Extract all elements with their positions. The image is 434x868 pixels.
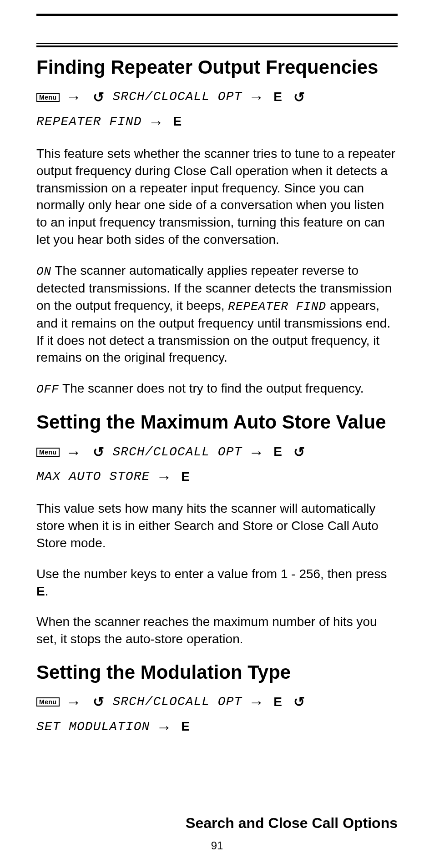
body-text: .: [45, 584, 49, 598]
body-paragraph: This feature sets whether the scanner tr…: [36, 145, 398, 248]
lcd-inline-text: ON: [36, 265, 51, 278]
scroll-icon: ↺: [93, 86, 105, 108]
arrow-right-icon: →: [249, 85, 265, 109]
body-paragraph: OFF The scanner does not try to find the…: [36, 380, 398, 398]
e-key-label: E: [181, 469, 190, 484]
lcd-inline-text: OFF: [36, 383, 59, 396]
section-heading-2: Setting the Maximum Auto Store Value: [36, 411, 398, 433]
inner-border-rule-thick: [36, 45, 398, 47]
body-paragraph: This value sets how many hits the scanne…: [36, 500, 398, 551]
section-heading-3: Setting the Modulation Type: [36, 661, 398, 683]
arrow-right-icon: →: [148, 110, 164, 134]
arrow-right-icon: →: [249, 690, 265, 714]
arrow-right-icon: →: [156, 715, 172, 739]
nav-lcd-text: SRCH/CLOCALL OPT: [112, 90, 242, 104]
inner-border-rule-thin: [36, 43, 398, 44]
e-key-label: E: [273, 444, 282, 459]
scroll-icon: ↺: [293, 86, 305, 108]
body-text: Use the number keys to enter a value fro…: [36, 567, 387, 581]
nav-lcd-text: MAX AUTO STORE: [36, 469, 150, 484]
nav-lcd-text: SRCH/CLOCALL OPT: [112, 444, 242, 459]
scroll-icon: ↺: [93, 691, 105, 713]
body-paragraph: When the scanner reaches the maximum num…: [36, 613, 398, 648]
arrow-right-icon: →: [66, 440, 82, 464]
menu-button-label: Menu: [36, 448, 60, 457]
body-paragraph: ON The scanner automatically applies rep…: [36, 262, 398, 366]
e-key-label: E: [173, 114, 182, 128]
document-page: Finding Repeater Output Frequencies Menu…: [0, 0, 434, 868]
lcd-inline-text: REPEATER FIND: [228, 300, 326, 313]
nav-sequence-2: Menu → ↺ SRCH/CLOCALL OPT → E ↺ MAX AUTO…: [36, 440, 398, 490]
e-key-label: E: [273, 90, 282, 104]
top-border-rule: [36, 14, 398, 16]
scroll-icon: ↺: [293, 691, 305, 713]
section-heading-1: Finding Repeater Output Frequencies: [36, 56, 398, 78]
nav-lcd-text: REPEATER FIND: [36, 114, 141, 128]
scroll-icon: ↺: [93, 441, 105, 463]
footer-section-title: Search and Close Call Options: [36, 815, 398, 832]
nav-lcd-text: SRCH/CLOCALL OPT: [112, 695, 242, 709]
arrow-right-icon: →: [249, 440, 265, 464]
body-text: The scanner does not try to find the out…: [59, 381, 364, 395]
nav-sequence-3: Menu → ↺ SRCH/CLOCALL OPT → E ↺ SET MODU…: [36, 690, 398, 739]
menu-button-label: Menu: [36, 93, 60, 102]
menu-button-label: Menu: [36, 697, 60, 707]
body-paragraph: Use the number keys to enter a value fro…: [36, 565, 398, 600]
e-key-label: E: [273, 695, 282, 709]
page-number: 91: [0, 839, 434, 852]
arrow-right-icon: →: [66, 690, 82, 714]
arrow-right-icon: →: [66, 85, 82, 109]
scroll-icon: ↺: [293, 441, 305, 463]
bold-key: E: [36, 584, 45, 598]
arrow-right-icon: →: [156, 464, 172, 489]
e-key-label: E: [181, 719, 190, 733]
nav-lcd-text: SET MODULATION: [36, 719, 150, 733]
nav-sequence-1: Menu → ↺ SRCH/CLOCALL OPT → E ↺ REPEATER…: [36, 85, 398, 134]
